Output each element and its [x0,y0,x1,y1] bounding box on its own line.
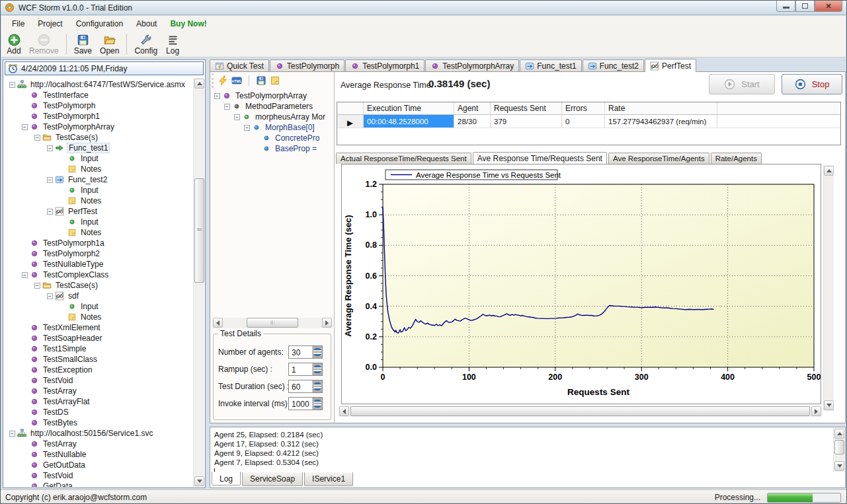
collapse-icon[interactable]: − [47,293,53,299]
tree-node-morphbase-0[interactable]: −MorphBase[0] [212,122,333,133]
invoke-interval-ms-input[interactable]: 1000 [288,397,323,410]
field-value[interactable]: 1 [289,363,312,375]
tree-node-notes[interactable]: Notes [4,164,193,174]
tree-node-concretepro[interactable]: ConcretePro [212,133,333,143]
scroll-down-button[interactable] [194,476,204,486]
menu-project[interactable]: Project [31,17,69,31]
start-button[interactable]: Start [709,74,775,94]
scroll-down-button[interactable] [824,400,834,410]
collapse-icon[interactable]: − [47,145,53,151]
spinner-buttons[interactable] [312,380,322,392]
scroll-thumb[interactable] [247,318,298,328]
tree-node-notes[interactable]: Notes [4,312,193,322]
tab-perftest[interactable]: PerfTest [645,59,696,72]
collapse-icon[interactable]: − [224,104,230,110]
grid-cell[interactable]: 379 [491,115,562,128]
tab-testpolymorph[interactable]: TestPolymorph [270,59,344,72]
scroll-thumb[interactable] [194,178,204,283]
tree-node-perftest[interactable]: −PerfTest [4,206,193,217]
service-tree-scrollbar[interactable] [193,78,204,487]
tree-node-func-test1[interactable]: −Func_test1 [4,143,193,153]
collapse-icon[interactable]: − [34,283,40,289]
tree-node-testcomplexclass[interactable]: −TestComplexClass [4,270,193,280]
chart-vscrollbar[interactable] [823,165,834,411]
collapse-icon[interactable]: − [9,82,15,88]
tree-node-testsmallclass[interactable]: TestSmallClass [4,354,193,365]
tree-node-methodparameters[interactable]: −MethodParameters [212,101,333,112]
scroll-right-button[interactable] [811,406,821,416]
spin-up-button[interactable] [313,398,322,404]
grid-column-execution-time[interactable]: Execution Time [364,102,454,115]
tree-node-testcase-s[interactable]: −TestCase(s) [4,280,193,291]
tree-node-testexception[interactable]: TestException [4,365,193,375]
field-value[interactable]: 30 [289,346,312,358]
save-icon[interactable] [256,75,266,86]
notes-icon[interactable] [270,75,280,86]
grid-column-agent[interactable]: Agent [454,102,491,115]
grid-row[interactable]: ▶00:00:48.252800028/303790157.2779434629… [337,115,840,128]
tree-node-testpolymorph[interactable]: TestPolymorph [4,100,193,111]
menu-about[interactable]: About [130,17,163,31]
grid-column-errors[interactable]: Errors [562,102,605,115]
minimize-button[interactable] [776,1,795,12]
lightning-icon[interactable] [218,75,228,86]
test-duration-sec-input[interactable]: 60 [288,380,323,393]
rampup-sec-input[interactable]: 1 [288,363,323,376]
spinner-buttons[interactable] [312,363,322,375]
scroll-right-button[interactable] [322,318,332,328]
log-button[interactable]: Log [161,32,184,55]
tree-node-testxmlelement[interactable]: TestXmlElement [4,322,193,333]
tree-node-http-localhost-64747-testws-service-asmx[interactable]: −http://localhost:64747/TestWS/Service.a… [4,79,193,90]
scroll-thumb[interactable] [350,406,810,416]
tree-node-testvoid[interactable]: TestVoid [4,375,193,386]
tab-quick-test[interactable]: Quick Test [210,59,269,72]
grid-cell[interactable]: 00:00:48.2528000 [364,115,454,128]
spin-down-button[interactable] [313,352,322,358]
tree-node-http-localhost-50156-service1-svc[interactable]: −http://localhost:50156/Service1.svc [4,428,193,439]
collapse-icon[interactable]: − [244,125,250,131]
spin-up-button[interactable] [313,346,322,352]
field-value[interactable]: 60 [289,380,312,392]
scroll-up-button[interactable] [194,79,204,89]
tree-node-test1simple[interactable]: Test1Simple [4,343,193,354]
collapse-icon[interactable]: − [9,431,15,437]
spin-up-button[interactable] [313,363,322,369]
tab-testpolymorph1[interactable]: TestPolymorph1 [345,59,424,72]
tree-node-testpolymorph1[interactable]: TestPolymorph1 [4,111,193,122]
grid-cell[interactable]: 0 [562,115,605,128]
tree-node-notes[interactable]: Notes [4,227,193,238]
grid-cell[interactable]: 157.277943462937 (req/min) [605,115,717,128]
tree-node-input[interactable]: Input [4,185,193,196]
grid-cell[interactable]: 28/30 [454,115,491,128]
collapse-icon[interactable]: − [47,209,53,215]
chart-tab-ave-responsetime-agents[interactable]: Ave ResponseTime/Agents [608,153,709,164]
tree-node-notes[interactable]: Notes [4,196,193,206]
tree-node-input[interactable]: Input [4,217,193,227]
field-value[interactable]: 1000 [289,398,312,410]
tree-node-testcase-s[interactable]: −TestCase(s) [4,132,193,143]
log-tab-iservice1[interactable]: IService1 [304,472,353,486]
tab-func-test2[interactable]: Func_test2 [583,59,644,72]
tree-node-testarray[interactable]: TestArray [4,439,193,449]
tree-node-testarrayflat[interactable]: TestArrayFlat [4,396,193,407]
add-button[interactable]: Add [3,32,25,55]
tree-node-testsoapheader[interactable]: TestSoapHeader [4,333,193,343]
collapse-icon[interactable]: − [234,114,240,120]
chart-hscrollbar[interactable] [339,406,822,417]
log-vscrollbar[interactable] [833,428,844,472]
tree-node-testpolymorpharray[interactable]: −TestPolymorphArray [4,122,193,132]
tree-node-testarray[interactable]: TestArray [4,386,193,396]
menu-file[interactable]: File [5,17,31,31]
log-tab-log[interactable]: Log [212,472,241,486]
tree-node-testds[interactable]: TestDS [4,407,193,417]
spin-down-button[interactable] [313,404,322,410]
spin-up-button[interactable] [313,380,322,386]
grid-column-requests-sent[interactable]: Requests Sent [491,102,562,115]
tab-testpolymorpharray[interactable]: TestPolymorphArray [425,59,519,72]
tree-node-input[interactable]: Input [4,153,193,164]
tree-node-input[interactable]: Input [4,301,193,312]
tree-node-testpolymorph2[interactable]: TestPolymorph2 [4,248,193,259]
request-tree-hscrollbar[interactable] [212,318,333,328]
grid-column-rate[interactable]: Rate [605,102,717,115]
number-of-agents-input[interactable]: 30 [288,345,323,359]
